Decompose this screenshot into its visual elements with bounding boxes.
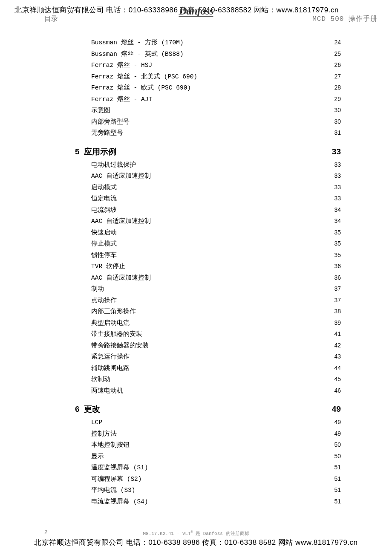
toc-label: 目录 [44,14,58,23]
toc-entry-page: 31 [334,130,341,136]
toc-entry-page: 33 [334,195,341,201]
toc-entry-page: 24 [334,39,341,45]
toc-entry-title: 点动操作 [91,298,117,304]
toc-entry-title: 软制动 [91,376,110,383]
toc-entry-title: Bussman 熔丝 - 英式 (BS88) [91,51,184,58]
toc-entry-title: Ferraz 熔丝 - 北美式 (PSC 690) [91,74,197,80]
toc-entry-title: Ferraz 熔丝 - 欧式 (PSC 690) [91,85,191,91]
toc-entry-title: 两速电动机 [91,388,123,394]
toc-entry: 示意图30 [75,107,341,114]
toc-entry-title: 带旁路接触器的安装 [91,343,149,349]
toc-section: 6更改49 [75,405,341,413]
toc-entry-title: TVR 软停止 [91,263,125,270]
toc-entry-page: 35 [334,229,341,235]
toc-entry: Bussman 熔丝 - 英式 (BS88)25 [75,51,341,58]
logo-wrap: Danfoss [179,6,213,17]
toc-entry: 控制方法49 [75,431,341,437]
toc-entry-page: 29 [334,96,341,102]
toc-entry-page: 37 [334,297,341,303]
toc-entry: Ferraz 熔丝 - AJT29 [75,96,341,103]
toc-entry: Ferraz 熔丝 - 北美式 (PSC 690)27 [75,73,341,80]
toc-entry-page: 43 [334,353,341,359]
toc-entry-page: 49 [334,419,341,425]
toc-entry-title: 控制方法 [91,431,117,437]
toc-entry-title: LCP [91,419,102,426]
toc-entry: 制动37 [75,286,341,292]
toc-entry-title: 恒定电流 [91,196,117,202]
toc-entry: 辅助跳闸电路44 [75,365,341,372]
footer-meta-post: 是 Danfoss 的注册商标 [193,531,249,536]
toc-entry: 电动机过载保护33 [75,162,341,168]
toc-entry-title: 带主接触器的安装 [91,331,142,338]
toc-entry: 启动模式33 [75,184,341,191]
toc-entry: 内部旁路型号30 [75,119,341,125]
toc-entry-page: 51 [334,498,341,504]
toc-entry-page: 33 [334,173,341,179]
toc-entry-title: 制动 [91,286,104,292]
toc-entry: 典型启动电流39 [75,320,341,327]
toc-entry-page: 34 [334,218,341,224]
toc-entry: AAC 自适应加速控制34 [75,218,341,225]
toc-section-title: 更改 [84,405,100,413]
toc-entry: 紧急运行操作43 [75,353,341,360]
toc-entry: 带旁路接触器的安装42 [75,342,341,349]
toc-entry: 温度监视屏幕 (S1)51 [75,464,341,471]
toc-section-num: 6 [75,405,80,413]
toc-entry-page: 36 [334,263,341,269]
toc-entry-title: 示意图 [91,107,110,114]
toc-entry-page: 44 [334,365,341,371]
toc-entry: 无旁路型号31 [75,130,341,136]
toc-entry: 两速电动机46 [75,387,341,394]
header-company-line: 北京祥顺达恒商贸有限公司 电话：010-63338986 传真：010-6338… [14,5,339,15]
toc-section-num: 5 [75,147,80,156]
toc-entry-title: 本地控制按钮 [91,442,130,448]
toc-content: Bussman 熔丝 - 方形 (170M)24Bussman 熔丝 - 英式 … [75,39,341,509]
toc-entry-title: 辅助跳闸电路 [91,365,130,372]
toc-entry: AAC 自适应加速控制33 [75,173,341,179]
toc-entry: Ferraz 熔丝 - HSJ26 [75,62,341,69]
toc-entry-page: 30 [334,107,341,113]
toc-section-title: 应用示例 [84,147,116,156]
toc-entry: 停止模式35 [75,240,341,247]
toc-entry: Bussman 熔丝 - 方形 (170M)24 [75,39,341,46]
toc-entry-title: 平均电流 (S3) [91,487,135,494]
toc-entry-title: AAC 自适应加速控制 [91,173,151,179]
toc-entry: LCP49 [75,419,341,426]
footer-company-line: 北京祥顺达恒商贸有限公司 电话：010-6338 8986 传真：010-633… [0,538,392,547]
footer-meta: MG.17.K2.41 - VLT® 是 Danfoss 的注册商标 [0,530,392,537]
footer: MG.17.K2.41 - VLT® 是 Danfoss 的注册商标 北京祥顺达… [0,530,392,547]
toc-entry: Ferraz 熔丝 - 欧式 (PSC 690)28 [75,84,341,91]
toc-entry-title: 惯性停车 [91,252,117,259]
toc-entry-title: 内部旁路型号 [91,119,130,125]
toc-entry-title: 无旁路型号 [91,130,123,136]
toc-entry-page: 39 [334,320,341,326]
toc-entry-title: 快速启动 [91,230,117,236]
toc-entry-title: Ferraz 熔丝 - AJT [91,96,152,103]
toc-entry-page: 25 [334,51,341,57]
toc-entry-page: 51 [334,487,341,493]
toc-entry: 软制动45 [75,376,341,383]
toc-entry-page: 38 [334,308,341,314]
toc-entry-page: 27 [334,73,341,79]
toc-entry-title: 内部三角形操作 [91,309,136,315]
toc-entry-title: 启动模式 [91,185,117,191]
toc-entry-title: 电流监视屏幕 (S4) [91,499,148,505]
toc-entry-title: Bussman 熔丝 - 方形 (170M) [91,40,184,46]
toc-entry-page: 33 [334,162,341,168]
toc-entry-title: 电动机过载保护 [91,162,136,168]
toc-entry-page: 50 [334,453,341,459]
toc-entry-title: AAC 自适应加速控制 [91,275,151,281]
toc-entry-title: 显示 [91,454,104,460]
toc-entry-page: 34 [334,207,341,213]
toc-entry-title: Ferraz 熔丝 - HSJ [91,62,152,69]
toc-entry-page: 41 [334,331,341,337]
toc-entry-page: 30 [334,119,341,124]
toc-entry-page: 51 [334,476,341,482]
toc-entry: 显示50 [75,453,341,460]
toc-entry: 带主接触器的安装41 [75,331,341,338]
toc-entry-page: 28 [334,84,341,90]
toc-entry: TVR 软停止36 [75,263,341,270]
toc-entry-title: AAC 自适应加速控制 [91,218,151,225]
toc-entry-page: 35 [334,252,341,258]
toc-entry-page: 37 [334,286,341,292]
